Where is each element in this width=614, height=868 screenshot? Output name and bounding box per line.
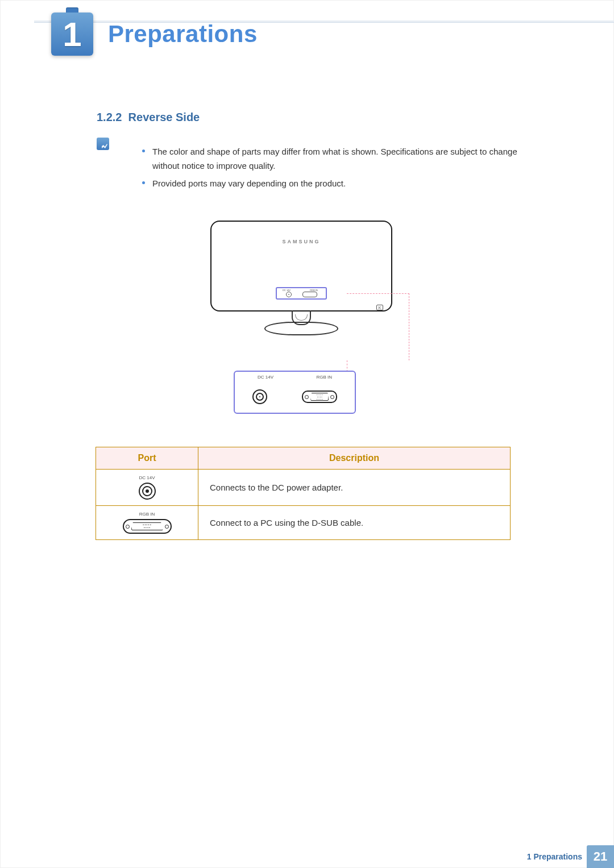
note-icon bbox=[97, 138, 109, 150]
stand-neck bbox=[292, 310, 311, 325]
note-bullet: Provided ports may vary depending on the… bbox=[142, 177, 546, 191]
footer-chapter-label: 1 Preparations bbox=[527, 852, 582, 861]
dsub-pins-icon bbox=[310, 393, 329, 401]
port-desc-cell: Connects to the DC power adapter. bbox=[198, 470, 511, 506]
dc-port-icon bbox=[286, 292, 292, 297]
rgb-label: RGB IN bbox=[316, 375, 332, 380]
table-row: RGB IN Connect to a PC using the D-SUB c… bbox=[96, 506, 511, 540]
port-caption: RGB IN bbox=[102, 512, 192, 517]
chapter-tab: 1 bbox=[51, 13, 93, 56]
dc-port-icon bbox=[252, 389, 267, 404]
section-name: Reverse Side bbox=[128, 111, 200, 123]
rgb-port-icon bbox=[302, 391, 337, 403]
screw-icon bbox=[165, 525, 169, 529]
page-footer: 1 Preparations 21 bbox=[0, 845, 614, 868]
port-icon-cell: DC 14V bbox=[96, 470, 198, 506]
port-caption: DC 14V bbox=[102, 475, 192, 480]
port-panel-mini: DC 14V RGB IN bbox=[276, 287, 327, 300]
mini-rgb-label: RGB IN bbox=[310, 289, 318, 292]
port-table: Port Description DC 14V Connects to the … bbox=[96, 447, 511, 540]
screw-icon bbox=[305, 395, 309, 399]
footer-page-number: 21 bbox=[587, 845, 614, 868]
port-desc-cell: Connect to a PC using the D-SUB cable. bbox=[198, 506, 511, 540]
port-detail-panel: DC 14V RGB IN bbox=[234, 371, 356, 414]
note-block: The color and shape of parts may differ … bbox=[97, 136, 546, 202]
chapter-number: 1 bbox=[51, 13, 93, 56]
port-icon-cell: RGB IN bbox=[96, 506, 198, 540]
dsub-pins-icon bbox=[131, 522, 163, 530]
kensington-lock-icon: K bbox=[376, 305, 383, 310]
screw-icon bbox=[126, 525, 130, 529]
table-header-desc: Description bbox=[198, 447, 511, 470]
screw-icon bbox=[330, 395, 334, 399]
section: 1.2.2 Reverse Side The color and shape o… bbox=[97, 111, 546, 202]
monitor-outline: SAMSUNG DC 14V RGB IN K bbox=[210, 221, 392, 312]
rgb-port-icon bbox=[123, 519, 172, 534]
section-title: 1.2.2 Reverse Side bbox=[97, 111, 546, 124]
table-header-port: Port bbox=[96, 447, 198, 470]
chapter-title: Preparations bbox=[108, 20, 258, 48]
dc-port-icon bbox=[139, 483, 156, 500]
monitor-diagram: SAMSUNG DC 14V RGB IN K bbox=[210, 221, 392, 335]
callout-line bbox=[347, 360, 347, 372]
rgb-port-icon bbox=[302, 292, 317, 297]
section-number: 1.2.2 bbox=[97, 111, 122, 123]
note-bullets: The color and shape of parts may differ … bbox=[119, 145, 546, 194]
dc-label: DC 14V bbox=[258, 375, 273, 380]
brand-label: SAMSUNG bbox=[282, 239, 320, 244]
table-row: DC 14V Connects to the DC power adapter. bbox=[96, 470, 511, 506]
note-bullet: The color and shape of parts may differ … bbox=[142, 145, 546, 173]
